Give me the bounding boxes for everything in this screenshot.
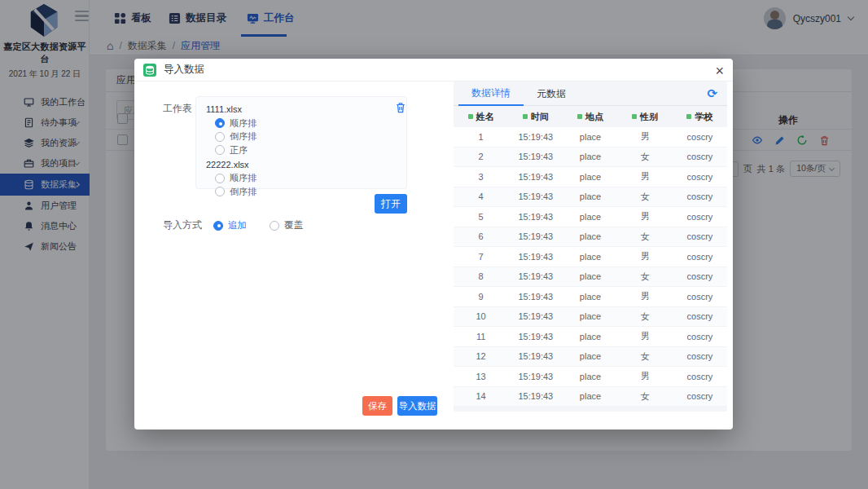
table-cell: 男 (618, 370, 673, 382)
table-cell: place (563, 252, 617, 262)
sort-option[interactable]: 倒序排 (215, 130, 406, 144)
table-cell: coscry (673, 311, 727, 321)
radio-icon[interactable] (215, 132, 225, 142)
modal-header: 导入数据 × (134, 59, 733, 82)
table-cell: 女 (618, 350, 673, 363)
table-cell: place (563, 231, 617, 241)
table-row: 1115:19:43place男coscry (454, 327, 727, 347)
table-cell: coscry (673, 231, 727, 241)
table-cell: coscry (673, 192, 727, 201)
table-cell: place (563, 332, 617, 341)
import-mode-row: 导入方式 追加 覆盖 (163, 218, 303, 232)
table-cell: coscry (673, 271, 727, 281)
table-cell: 15:19:43 (508, 372, 563, 381)
table-cell: 15:19:43 (508, 351, 563, 361)
green-marker-icon (468, 114, 473, 119)
refresh-icon[interactable]: ⟳ (707, 86, 717, 101)
table-cell: 8 (454, 271, 508, 281)
radio-icon[interactable] (213, 221, 223, 231)
table-cell: 1 (454, 132, 508, 142)
radio-icon[interactable] (215, 118, 225, 128)
detail-tabs: 数据详情 元数据 ⟳ (454, 82, 727, 106)
worksheet-label: 工作表 (163, 102, 192, 116)
table-cell: 15:19:43 (508, 271, 563, 281)
table-cell: 女 (618, 271, 673, 283)
table-cell: 男 (618, 250, 673, 262)
table-cell: 15:19:43 (508, 231, 563, 241)
table-cell: coscry (673, 212, 727, 222)
tab-data-details[interactable]: 数据详情 (458, 82, 524, 106)
table-cell: 10 (454, 311, 508, 321)
radio-icon[interactable] (270, 221, 279, 231)
table-cell: 7 (454, 252, 508, 262)
table-cell: coscry (673, 252, 727, 262)
table-cell: 女 (618, 191, 673, 203)
column-header: 姓名 (454, 106, 508, 127)
table-cell: coscry (673, 152, 727, 161)
table-cell: place (563, 271, 617, 281)
import-data-button[interactable]: 导入数据 (397, 396, 437, 416)
table-cell: place (563, 212, 617, 222)
file-name: 1111.xlsx (206, 102, 406, 117)
table-cell: 4 (454, 192, 508, 201)
table-cell: place (563, 152, 617, 161)
table-cell: 3 (454, 172, 508, 182)
table-cell: 15:19:43 (508, 292, 563, 302)
table-cell: 15:19:43 (508, 172, 563, 182)
table-cell: place (563, 311, 617, 321)
table-cell: coscry (673, 132, 727, 142)
table-cell: place (563, 192, 617, 201)
green-marker-icon (686, 114, 691, 119)
table-cell: 5 (454, 212, 508, 222)
sort-option[interactable]: 顺序排 (215, 172, 406, 186)
table-cell: 12 (454, 351, 508, 361)
table-cell: place (563, 351, 617, 361)
table-cell: coscry (673, 372, 727, 381)
table-cell: 男 (618, 170, 673, 183)
table-cell: 15:19:43 (508, 192, 563, 201)
table-cell: 2 (454, 152, 508, 161)
table-cell: 9 (454, 292, 508, 302)
import-excel-icon (143, 64, 156, 77)
data-table-header: 姓名时间地点性别学校 (454, 106, 727, 127)
tab-metadata[interactable]: 元数据 (524, 82, 579, 106)
table-cell: coscry (673, 332, 727, 341)
data-table-body: 115:19:43place男coscry215:19:43place女cosc… (454, 127, 727, 407)
table-cell: place (563, 292, 617, 302)
table-row: 515:19:43place男coscry (454, 207, 727, 227)
table-cell: 15:19:43 (508, 132, 563, 142)
radio-icon[interactable] (215, 174, 225, 183)
save-button[interactable]: 保存 (362, 396, 392, 416)
table-row: 1015:19:43place女coscry (454, 307, 727, 328)
worksheet-box: 1111.xlsx 顺序排 倒序排 正序 22222.xlsx 顺序排 倒序排 (195, 96, 407, 189)
table-cell: 女 (618, 231, 673, 243)
sort-option[interactable]: 正序 (215, 143, 406, 157)
table-row: 315:19:43place男coscry (454, 167, 727, 187)
column-header: 学校 (673, 106, 727, 127)
table-cell: 14 (454, 391, 508, 401)
radio-icon[interactable] (215, 145, 225, 155)
table-row: 415:19:43place女coscry (454, 187, 727, 208)
table-cell: 男 (618, 210, 673, 222)
table-cell: 15:19:43 (508, 152, 563, 161)
import-mode-label: 导入方式 (163, 218, 202, 232)
radio-icon[interactable] (215, 187, 225, 196)
table-cell: 13 (454, 372, 508, 381)
table-cell: 15:19:43 (508, 252, 563, 262)
table-cell: 男 (618, 330, 673, 342)
mode-overwrite-radio[interactable]: 覆盖 (270, 219, 303, 231)
import-data-modal: 导入数据 × 工作表 1111.xlsx 顺序排 倒序排 正序 22222.xl… (134, 59, 733, 430)
table-row: 115:19:43place男coscry (454, 127, 727, 148)
delete-worksheet-trash-icon[interactable] (395, 102, 446, 113)
open-button[interactable]: 打开 (375, 194, 407, 214)
table-cell: 男 (618, 290, 673, 302)
mode-append-radio[interactable]: 追加 (213, 219, 247, 231)
column-header: 时间 (508, 106, 563, 127)
table-cell: place (563, 391, 617, 401)
table-cell: 6 (454, 231, 508, 241)
close-icon[interactable]: × (715, 60, 724, 82)
table-cell: place (563, 172, 617, 182)
sort-option[interactable]: 顺序排 (215, 117, 406, 130)
table-cell: 男 (618, 130, 673, 143)
table-cell: coscry (673, 292, 727, 302)
